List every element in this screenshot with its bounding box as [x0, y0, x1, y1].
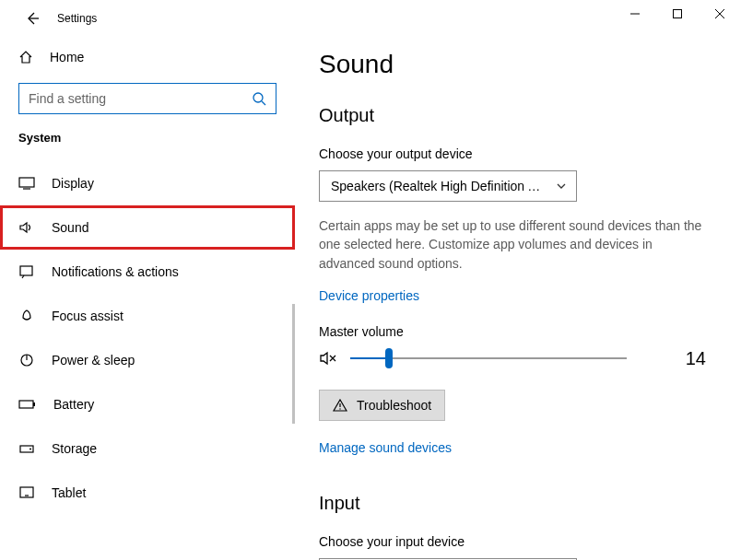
sidebar-item-label: Sound [52, 220, 88, 235]
troubleshoot-label: Troubleshoot [357, 398, 431, 413]
battery-icon [18, 397, 37, 412]
back-button[interactable] [18, 5, 46, 32]
troubleshoot-button[interactable]: Troubleshoot [319, 390, 445, 421]
output-heading: Output [319, 105, 713, 126]
focus-assist-icon [18, 309, 35, 323]
close-button[interactable] [699, 0, 741, 28]
output-hint: Certain apps may be set up to use differ… [319, 216, 706, 273]
svg-line-5 [262, 101, 265, 105]
search-input-wrap[interactable] [18, 83, 276, 114]
input-heading: Input [319, 493, 713, 514]
power-icon [18, 353, 35, 368]
minimize-icon [630, 9, 640, 18]
svg-point-4 [253, 93, 263, 102]
svg-point-20 [339, 408, 340, 409]
chevron-down-icon [556, 181, 567, 192]
arrow-left-icon [25, 11, 40, 26]
svg-rect-11 [19, 401, 33, 408]
slider-fill [350, 357, 389, 359]
sidebar-item-power-sleep[interactable]: Power & sleep [0, 338, 295, 382]
manage-sound-devices-link[interactable]: Manage sound devices [319, 440, 452, 455]
sidebar-item-sound[interactable]: Sound [0, 205, 295, 250]
svg-rect-1 [674, 10, 682, 18]
sidebar: Home System Display Sound Notifications … [0, 37, 295, 560]
sidebar-item-label: Display [52, 176, 94, 191]
home-label: Home [50, 50, 84, 64]
output-device-value: Speakers (Realtek High Definition A... [331, 179, 543, 193]
volume-slider[interactable] [350, 349, 627, 368]
sidebar-item-battery[interactable]: Battery [0, 382, 295, 426]
sound-icon [18, 220, 35, 235]
svg-point-14 [29, 449, 31, 450]
home-button[interactable]: Home [0, 37, 295, 77]
input-device-label: Choose your input device [319, 534, 713, 549]
display-icon [18, 176, 35, 191]
master-volume-label: Master volume [319, 324, 713, 339]
sidebar-item-tablet[interactable]: Tablet [0, 471, 295, 515]
sidebar-item-notifications[interactable]: Notifications & actions [0, 250, 295, 294]
sidebar-item-storage[interactable]: Storage [0, 426, 295, 471]
slider-thumb[interactable] [385, 348, 393, 368]
volume-value: 14 [686, 348, 713, 369]
volume-mute-icon[interactable] [319, 350, 337, 367]
minimize-button[interactable] [614, 0, 656, 28]
tablet-icon [18, 485, 35, 500]
svg-rect-6 [19, 178, 34, 187]
svg-rect-12 [33, 402, 35, 406]
content-area: Sound Output Choose your output device S… [295, 37, 741, 560]
device-properties-link[interactable]: Device properties [319, 288, 419, 303]
notifications-icon [18, 264, 35, 279]
sidebar-item-label: Notifications & actions [52, 264, 179, 279]
search-icon [252, 91, 266, 106]
warning-icon [333, 399, 347, 412]
maximize-button[interactable] [656, 0, 699, 28]
output-device-select[interactable]: Speakers (Realtek High Definition A... [319, 170, 577, 202]
svg-rect-8 [20, 266, 32, 275]
sidebar-item-label: Battery [53, 397, 94, 412]
output-device-label: Choose your output device [319, 146, 713, 161]
maximize-icon [673, 9, 682, 18]
sidebar-item-label: Storage [52, 441, 97, 456]
sidebar-item-label: Tablet [52, 485, 86, 500]
sidebar-item-label: Focus assist [52, 309, 124, 323]
storage-icon [18, 441, 35, 456]
section-label: System [18, 131, 295, 145]
search-input[interactable] [29, 91, 252, 106]
window-title: Settings [57, 12, 97, 25]
sidebar-item-label: Power & sleep [52, 353, 135, 368]
sidebar-item-focus-assist[interactable]: Focus assist [0, 294, 295, 338]
sidebar-item-display[interactable]: Display [0, 161, 295, 205]
home-icon [18, 50, 33, 64]
close-icon [715, 9, 724, 18]
page-title: Sound [319, 50, 713, 79]
content-scrollbar[interactable] [728, 37, 741, 560]
